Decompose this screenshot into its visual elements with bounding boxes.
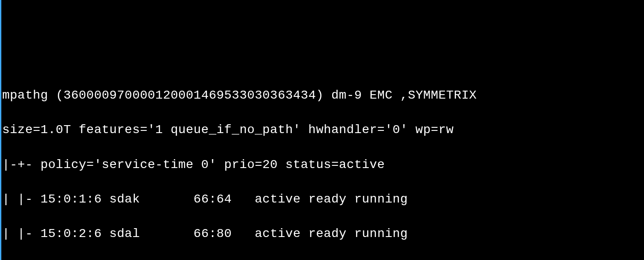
multipath-header: mpathg (36000097000012000146953303036343…: [2, 87, 643, 104]
terminal-output: mpathg (36000097000012000146953303036343…: [1, 69, 644, 260]
pathgroup-policy: policy='service-time 0' prio=20 status=a…: [41, 158, 385, 172]
path-state: active ready running: [255, 192, 408, 206]
multipath-info: size=1.0T features='1 queue_if_no_path' …: [2, 121, 643, 138]
tree-prefix: | |-: [2, 227, 41, 241]
mpath-vendor: EMC: [370, 88, 393, 102]
path-row: | |- 15:0:1:6 sdak 66:64 active ready ru…: [2, 191, 643, 208]
pathgroup-header: |-+- policy='service-time 0' prio=20 sta…: [2, 156, 643, 173]
mpath-product: ,SYMMETRIX: [400, 88, 477, 102]
mpath-dm: dm-9: [331, 88, 362, 102]
path-dev: sdak: [109, 192, 140, 206]
path-state: active ready running: [255, 227, 408, 241]
mpath-wwid: (360000970000120001469533030363434): [56, 88, 324, 102]
tree-prefix: |-+-: [2, 158, 41, 172]
path-hctl: 15:0:1:6: [41, 192, 102, 206]
path-majmin: 66:64: [194, 192, 240, 206]
path-row: | |- 15:0:2:6 sdal 66:80 active ready ru…: [2, 225, 643, 242]
tree-prefix: | |-: [2, 192, 41, 206]
path-dev: sdal: [109, 227, 140, 241]
mpath-name: mpathg: [2, 88, 48, 102]
path-majmin: 66:80: [194, 227, 240, 241]
path-hctl: 15:0:2:6: [41, 227, 102, 241]
